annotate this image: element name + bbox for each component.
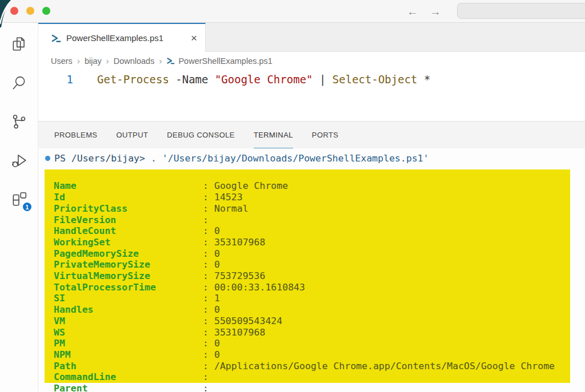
property-name: TotalProcessorTime bbox=[54, 282, 203, 293]
powershell-icon bbox=[51, 33, 61, 43]
window-titlebar: ← → bbox=[0, 0, 585, 23]
terminal-output-row: Id : 14523 bbox=[45, 192, 570, 203]
property-colon: : bbox=[203, 327, 214, 338]
property-value: 0 bbox=[214, 225, 220, 237]
terminal-output-row: NPM : 0 bbox=[45, 349, 570, 361]
property-value: 353107968 bbox=[214, 237, 265, 248]
terminal-output-row: CommandLine : bbox=[45, 371, 570, 383]
tab-powershellexamples[interactable]: PowerShellExamples.ps1 × bbox=[38, 23, 206, 52]
editor-tab-strip: PowerShellExamples.ps1 × bbox=[38, 23, 585, 52]
tab-close-icon[interactable]: × bbox=[191, 33, 197, 43]
property-name: Handles bbox=[54, 304, 203, 316]
terminal-output-highlighted: Name : Google Chrome Id : 14523 Priority… bbox=[45, 169, 570, 383]
breadcrumb-downloads[interactable]: Downloads bbox=[114, 56, 155, 66]
powershell-icon bbox=[166, 56, 175, 65]
property-name: Name bbox=[54, 180, 203, 192]
property-value: 00:00:33.1610843 bbox=[214, 282, 305, 293]
terminal-output-row: TotalProcessorTime : 00:00:33.1610843 bbox=[45, 282, 570, 293]
panel-tab[interactable]: PORTS bbox=[312, 122, 339, 148]
panel-tab-label: DEBUG CONSOLE bbox=[167, 131, 235, 139]
code-token: Get-Process bbox=[97, 73, 169, 86]
panel-tab-label: TERMINAL bbox=[254, 131, 293, 139]
property-colon: : bbox=[203, 293, 214, 304]
property-value: 353107968 bbox=[214, 327, 265, 338]
bottom-panel: PROBLEMS OUTPUT DEBUG CONSOLE TERMINAL bbox=[38, 121, 585, 391]
terminal-output-row: Handles : 0 bbox=[45, 304, 570, 316]
code-token: "Google Chrome" bbox=[215, 73, 313, 86]
panel-tab[interactable]: TERMINAL bbox=[254, 122, 293, 148]
property-name: FileVersion bbox=[54, 215, 203, 226]
code-text: Get-Process -Name "Google Chrome" | Sele… bbox=[97, 73, 430, 86]
code-editor[interactable]: 1 Get-Process -Name "Google Chrome" | Se… bbox=[38, 70, 585, 121]
extensions-badge: 1 bbox=[22, 201, 33, 212]
terminal-output-row: PriorityClass : Normal bbox=[45, 203, 570, 215]
property-name: WS bbox=[54, 327, 203, 338]
terminal-output-row: PrivateMemorySize : 0 bbox=[45, 259, 570, 270]
code-token: | bbox=[313, 73, 332, 86]
close-window-button[interactable] bbox=[10, 7, 18, 15]
code-line-1: 1 Get-Process -Name "Google Chrome" | Se… bbox=[38, 71, 585, 87]
terminal-command-decoration-icon[interactable] bbox=[45, 156, 50, 161]
property-name: PM bbox=[54, 338, 203, 349]
breadcrumb-separator-icon: › bbox=[77, 56, 80, 66]
property-value: Google Chrome bbox=[214, 180, 288, 192]
search-icon[interactable] bbox=[9, 73, 29, 92]
breadcrumb-users[interactable]: Users bbox=[51, 56, 73, 66]
line-number: 1 bbox=[38, 73, 73, 86]
property-colon: : bbox=[203, 349, 214, 361]
property-colon: : bbox=[203, 203, 214, 215]
breadcrumb-bijay[interactable]: bijay bbox=[85, 56, 102, 66]
tab-label: PowerShellExamples.ps1 bbox=[66, 33, 163, 43]
property-name: PrivateMemorySize bbox=[54, 259, 203, 270]
traffic-lights bbox=[10, 7, 50, 15]
breadcrumb-file-label: PowerShellExamples.ps1 bbox=[178, 56, 272, 66]
property-colon: : bbox=[203, 338, 214, 349]
panel-tab-label: PROBLEMS bbox=[54, 131, 97, 139]
navigate-back-icon[interactable]: ← bbox=[407, 5, 418, 18]
code-token: -Name bbox=[169, 73, 215, 86]
breadcrumb: Users › bijay › Downloads › PowerShellEx… bbox=[38, 52, 585, 70]
property-value: 14523 bbox=[214, 192, 243, 203]
property-name: CommandLine bbox=[54, 371, 203, 383]
property-value: /Applications/Google Chrome.app/Contents… bbox=[214, 361, 555, 372]
terminal-output-row: HandleCount : 0 bbox=[45, 225, 570, 237]
property-name: SI bbox=[54, 293, 203, 304]
property-colon: : bbox=[203, 215, 214, 226]
panel-tab[interactable]: OUTPUT bbox=[116, 122, 148, 148]
zoom-window-button[interactable] bbox=[42, 7, 50, 15]
panel-tab[interactable]: PROBLEMS bbox=[54, 122, 97, 148]
panel-tab[interactable]: DEBUG CONSOLE bbox=[167, 122, 235, 148]
property-colon: : bbox=[203, 248, 214, 260]
terminal-output-row: WS : 353107968 bbox=[45, 327, 570, 338]
property-colon: : bbox=[203, 180, 214, 192]
minimize-window-button[interactable] bbox=[26, 7, 34, 15]
terminal-prompt: PS /Users/bijay> bbox=[54, 153, 145, 164]
terminal-output-row: PM : 0 bbox=[45, 338, 570, 349]
property-name: Path bbox=[54, 361, 203, 372]
property-name: PagedMemorySize bbox=[54, 248, 203, 260]
terminal-output-row: VirtualMemorySize : 753729536 bbox=[45, 270, 570, 282]
property-value: 0 bbox=[214, 338, 220, 349]
extensions-icon[interactable]: 1 bbox=[9, 189, 29, 209]
property-value: Normal bbox=[214, 203, 249, 215]
source-control-icon[interactable] bbox=[9, 112, 29, 131]
code-token: * bbox=[418, 73, 431, 86]
navigate-forward-icon[interactable]: → bbox=[430, 5, 441, 18]
property-value: 753729536 bbox=[214, 270, 265, 282]
run-and-debug-icon[interactable] bbox=[9, 151, 29, 170]
property-value: 0 bbox=[214, 304, 220, 316]
terminal-output-row: FileVersion : bbox=[45, 215, 570, 226]
property-value: 0 bbox=[214, 248, 220, 260]
command-center-search-box[interactable] bbox=[457, 3, 585, 19]
terminal-output-row: VM : 550509543424 bbox=[45, 316, 570, 327]
breadcrumb-separator-icon: › bbox=[159, 56, 162, 66]
property-name: PriorityClass bbox=[54, 203, 203, 215]
terminal-output-row: Name : Google Chrome bbox=[45, 180, 570, 192]
explorer-icon[interactable] bbox=[9, 34, 29, 54]
property-colon: : bbox=[203, 192, 214, 203]
terminal[interactable]: PS /Users/bijay> . '/Users/bijay/Downloa… bbox=[38, 148, 585, 391]
terminal-output-row: SI : 1 bbox=[45, 293, 570, 304]
property-value: 0 bbox=[214, 259, 220, 270]
breadcrumb-file[interactable]: PowerShellExamples.ps1 bbox=[166, 56, 272, 66]
property-name: HandleCount bbox=[54, 225, 203, 237]
